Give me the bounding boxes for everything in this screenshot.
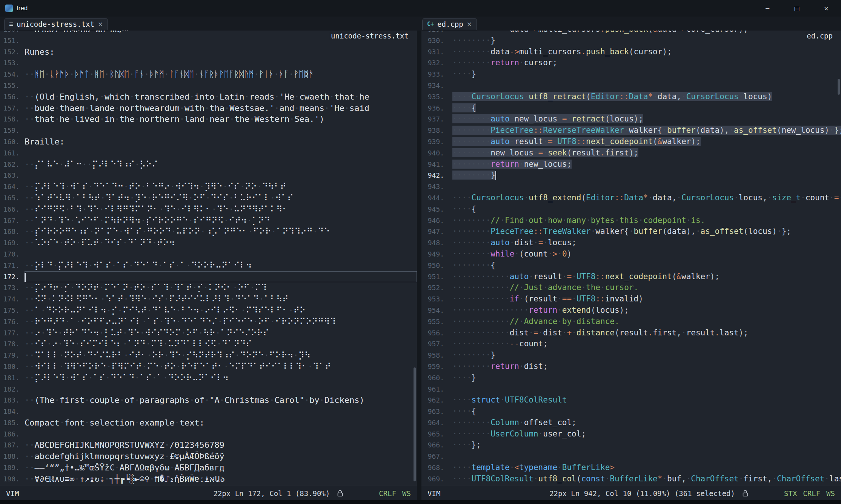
code-line[interactable]: 183.··(The·first·couple·of·paragraphs·of… bbox=[0, 395, 417, 406]
eol-indicator[interactable]: CRLF bbox=[379, 489, 396, 498]
vim-mode-indicator[interactable]: VIM bbox=[6, 489, 19, 498]
code-line[interactable]: 963.····{ bbox=[421, 406, 841, 417]
whitespace-indicator[interactable]: WS bbox=[402, 489, 411, 498]
line-text[interactable]: ··⠡⠕⠎⠑·⠞⠕·⠏⠥⠞·⠙⠊⠎·⠙⠁⠝⠙·⠞⠕⠲ bbox=[25, 237, 417, 249]
line-text[interactable]: ········auto·dist·=·locus; bbox=[452, 237, 841, 249]
code-line[interactable]: 953.············if·(result·==·UTF8::inva… bbox=[421, 293, 841, 305]
scrollbar[interactable] bbox=[412, 31, 417, 486]
code-line[interactable]: 188.··abcdefghijklmnopqrstuvwxyz·£©µÀÆÖÞ… bbox=[0, 451, 417, 462]
code-line[interactable]: 180.··⠺⠊⠇⠇·⠹⠻⠑⠋⠕⠗⠑·⠏⠻⠍⠊⠞·⠍⠑·⠞⠕·⠗⠑⠏⠑⠁⠞⠂·⠑… bbox=[0, 361, 417, 372]
code-line[interactable]: 155. bbox=[0, 80, 417, 91]
line-text[interactable]: ··⠁⠝⠙·⠹⠑·⠡⠊⠑⠋·⠍⠳⠗⠝⠻⠲·⡎⠊⠗⠕⠕⠛⠑·⠎⠊⠛⠝⠫·⠊⠞⠲·⡁… bbox=[25, 215, 417, 226]
code-line[interactable]: 968.····template·<typename·BufferLike> bbox=[421, 462, 841, 473]
code-line[interactable]: 170. bbox=[0, 249, 417, 260]
line-text[interactable]: ····UTF8ColResult·utf8_col(const·BufferL… bbox=[452, 473, 841, 485]
code-line[interactable]: 156.··(Old·English,·which·transcribed·in… bbox=[0, 91, 417, 103]
code-line[interactable]: 937.········auto·new_locus·=·retract(loc… bbox=[421, 114, 841, 125]
line-text[interactable]: ··⡍⠜⠇⠑⠹·⠺⠁⠎·⠁⠎·⠙⠑⠁⠙·⠁⠎·⠁·⠙⠕⠕⠗⠤⠝⠁⠊⠇⠲ bbox=[25, 372, 417, 384]
line-text[interactable]: ··⠊⠎·⠔·⠹⠑·⠎⠊⠍⠊⠇⠑⠆·⠁⠝⠙·⠍⠹·⠥⠝⠙⠁⠇⠇⠪⠫·⠙⠁⠝⠙⠎ bbox=[25, 338, 417, 350]
line-text[interactable]: ····template·<typename·BufferLike> bbox=[452, 462, 841, 473]
code-line[interactable]: 961. bbox=[421, 384, 841, 395]
line-text[interactable]: ····{ bbox=[452, 103, 841, 114]
line-text[interactable]: ····{ bbox=[452, 406, 841, 417]
code-line[interactable]: 176.··⠗⠑⠛⠜⠙·⠁·⠊⠕⠋⠋⠔⠤⠝⠁⠊⠇·⠁⠎·⠹⠑·⠙⠑⠁⠙⠑⠌·⠏⠊… bbox=[0, 316, 417, 327]
line-text[interactable]: ··⠺⠊⠇⠇·⠹⠻⠑⠋⠕⠗⠑·⠏⠻⠍⠊⠞·⠍⠑·⠞⠕·⠗⠑⠏⠑⠁⠞⠂·⠑⠍⠏⠙⠁… bbox=[25, 361, 417, 372]
scrollbar-thumb[interactable] bbox=[838, 79, 840, 95]
line-text[interactable]: Compact·font·selection·example·text: bbox=[25, 417, 417, 429]
code-line[interactable]: 186. bbox=[0, 429, 417, 440]
code-line[interactable]: 154.··ᚻᛖ·ᚳᚹᚫᚦ·ᚦᚫᛏ·ᚻᛖ·ᛒᚢᛞᛖ·ᚩᚾ·ᚦᚫᛗ·ᛚᚪᚾᛞᛖ·ᚾ… bbox=[0, 69, 417, 80]
code-line[interactable]: 969.····UTF8ColResult·utf8_col(const·Buf… bbox=[421, 473, 841, 485]
code-line[interactable]: 932.········return·cursor; bbox=[421, 57, 841, 69]
line-text[interactable]: ············auto·result·=·UTF8::next_cod… bbox=[452, 271, 841, 283]
text-editor-left[interactable]: 150.··እግርህን·በፍራሽህ·ልክ·ዘርጋ።151.152.Runes:1… bbox=[0, 31, 417, 486]
code-line[interactable]: 934. bbox=[421, 80, 841, 91]
code-line[interactable]: 164.··⡍⠜⠇⠑⠹·⠺⠁⠎·⠙⠑⠁⠙⠒·⠞⠕·⠃⠑⠛⠔·⠺⠊⠹⠲·⡹⠻⠑·⠊… bbox=[0, 181, 417, 192]
code-line[interactable]: 940.········new_locus·=·seek(result.firs… bbox=[421, 148, 841, 159]
code-line[interactable]: 947.········PieceTree::TreeWalker·walker… bbox=[421, 226, 841, 237]
code-line[interactable]: 966.····}; bbox=[421, 439, 841, 451]
line-text[interactable]: ··∀∂∈ℝ∧∪≡∞·↑↗↨↻⇣·┐┼╔╘░►☺♀·ﬁ�⑀₂ἠḂӥẄɐː⍎אԱა bbox=[25, 473, 417, 485]
tab-unicode-stress-txt[interactable]: ≡ unicode-stress.txt × bbox=[4, 18, 108, 30]
line-text[interactable]: ········//·Find·out·how·many·bytes·this·… bbox=[452, 215, 841, 226]
code-line[interactable]: 172. bbox=[0, 271, 417, 283]
code-line[interactable]: 169.··⠡⠕⠎⠑·⠞⠕·⠏⠥⠞·⠙⠊⠎·⠙⠁⠝⠙·⠞⠕⠲ bbox=[0, 237, 417, 249]
code-line[interactable]: 174.··⠪⠝·⠅⠝⠪⠇⠫⠛⠑⠂·⠱⠁⠞·⠹⠻⠑·⠊⠎·⠏⠜⠞⠊⠊⠥⠇⠜⠇⠹·… bbox=[0, 293, 417, 305]
code-line[interactable]: 929.············data->multi_cursors.push… bbox=[421, 31, 841, 35]
code-line[interactable]: 157.··bude·thaem·lande·northweardum·with… bbox=[0, 103, 417, 114]
code-line[interactable]: 177.··⠔·⠹⠑·⠞⠗⠁⠙⠑⠲·⡃⠥⠞·⠹⠑·⠺⠊⠎⠙⠕⠍·⠕⠋·⠳⠗·⠁⠝… bbox=[0, 327, 417, 339]
lock-icon[interactable] bbox=[743, 490, 748, 497]
line-text[interactable] bbox=[452, 80, 841, 91]
code-line[interactable]: 167.··⠁⠝⠙·⠹⠑·⠡⠊⠑⠋·⠍⠳⠗⠝⠻⠲·⡎⠊⠗⠕⠕⠛⠑·⠎⠊⠛⠝⠫·⠊… bbox=[0, 215, 417, 226]
line-text[interactable] bbox=[452, 384, 841, 395]
line-text[interactable] bbox=[25, 80, 417, 91]
line-text[interactable] bbox=[25, 249, 417, 260]
code-line[interactable]: 962.····struct·UTF8ColResult bbox=[421, 395, 841, 406]
line-text[interactable]: ··⠎⠊⠛⠝⠫·⠃⠹·⠹⠑·⠊⠇⠻⠛⠹⠍⠁⠝⠂·⠹⠑·⠊⠇⠻⠅⠂·⠹⠑·⠥⠝⠙⠻… bbox=[25, 204, 417, 215]
line-text[interactable]: ········} bbox=[452, 350, 841, 361]
line-text[interactable]: ··(The·first·couple·of·paragraphs·of·"A·… bbox=[25, 395, 417, 406]
line-text[interactable] bbox=[25, 57, 417, 69]
eol-indicator[interactable]: CRLF bbox=[803, 489, 820, 498]
code-line[interactable]: 965.········UserColumn·user_col; bbox=[421, 429, 841, 440]
code-line[interactable]: 935.····CursorLocus·utf8_retract(Editor:… bbox=[421, 91, 841, 103]
line-text[interactable] bbox=[25, 271, 417, 283]
line-text[interactable]: ········return·new_locus; bbox=[452, 159, 841, 170]
line-text[interactable]: ········return·cursor; bbox=[452, 57, 841, 69]
line-text[interactable]: ····CursorLocus·utf8_retract(Editor::Dat… bbox=[452, 91, 841, 103]
line-text[interactable] bbox=[25, 148, 417, 159]
line-text[interactable]: ········auto·result·=·UTF8::next_codepoi… bbox=[452, 136, 841, 148]
line-text[interactable]: ····}; bbox=[452, 439, 841, 451]
line-text[interactable]: ··⠔·⠹⠑·⠞⠗⠁⠙⠑⠲·⡃⠥⠞·⠹⠑·⠺⠊⠎⠙⠕⠍·⠕⠋·⠳⠗·⠁⠝⠊⠑⠌⠕… bbox=[25, 327, 417, 339]
line-text[interactable]: ····} bbox=[452, 372, 841, 384]
line-text[interactable] bbox=[25, 406, 417, 417]
code-line[interactable]: 185.Compact·font·selection·example·text: bbox=[0, 417, 417, 429]
code-line[interactable]: 948.········auto·dist·=·locus; bbox=[421, 237, 841, 249]
line-text[interactable]: ········Column·offset_col; bbox=[452, 417, 841, 429]
code-line[interactable]: 956.············dist·=·dist·+·distance(r… bbox=[421, 327, 841, 339]
code-line[interactable]: 184. bbox=[0, 406, 417, 417]
code-line[interactable]: 158.··that·he·lived·in·the·northern·land… bbox=[0, 114, 417, 125]
code-line[interactable]: 159. bbox=[0, 125, 417, 136]
line-text[interactable]: ········UserColumn·user_col; bbox=[452, 429, 841, 440]
line-text[interactable]: ··⠩⠁⠇⠇·⠝⠕⠞·⠙⠊⠌⠥⠗⠃·⠊⠞⠂·⠕⠗·⠹⠑·⡊⠳⠝⠞⠗⠹⠰⠎·⠙⠕⠝… bbox=[25, 350, 417, 361]
line-text[interactable]: ········data->multi_cursors.push_back(cu… bbox=[452, 46, 841, 58]
code-line[interactable]: 930.········} bbox=[421, 35, 841, 46]
line-text[interactable]: ············--count; bbox=[452, 338, 841, 350]
line-text[interactable]: ········new_locus·=·seek(result.first); bbox=[452, 148, 841, 159]
line-text[interactable]: ··bude·thaem·lande·northweardum·with·tha… bbox=[25, 103, 417, 114]
whitespace-indicator[interactable]: WS bbox=[826, 489, 835, 498]
scrollbar-thumb[interactable] bbox=[414, 367, 416, 481]
line-text[interactable]: ············if·(result·==·UTF8::invalid) bbox=[452, 293, 841, 305]
line-text[interactable]: ········PieceTree::ReverseTreeWalker·wal… bbox=[452, 125, 841, 136]
code-line[interactable]: 178.··⠊⠎·⠔·⠹⠑·⠎⠊⠍⠊⠇⠑⠆·⠁⠝⠙·⠍⠹·⠥⠝⠙⠁⠇⠇⠪⠫·⠙⠁… bbox=[0, 338, 417, 350]
line-text[interactable] bbox=[452, 451, 841, 462]
code-line[interactable]: 161. bbox=[0, 148, 417, 159]
line-text[interactable]: ············//·Advance·by·distance. bbox=[452, 316, 841, 327]
code-line[interactable]: 945.····{ bbox=[421, 204, 841, 215]
code-line[interactable]: 933.····} bbox=[421, 69, 841, 80]
close-button[interactable]: × bbox=[812, 0, 841, 17]
line-text[interactable]: ··⡎⠊⠗⠕⠕⠛⠑⠰⠎·⠝⠁⠍⠑·⠺⠁⠎·⠛⠕⠕⠙·⠥⠏⠕⠝·⠰⡡⠁⠝⠛⠑⠂·⠋… bbox=[25, 226, 417, 237]
code-line[interactable]: 171.··⡕⠇⠙·⡍⠜⠇⠑⠹·⠺⠁⠎·⠁⠎·⠙⠑⠁⠙·⠁⠎·⠁·⠙⠕⠕⠗⠤⠝⠁… bbox=[0, 260, 417, 271]
code-line[interactable]: 179.··⠩⠁⠇⠇·⠝⠕⠞·⠙⠊⠌⠥⠗⠃·⠊⠞⠂·⠕⠗·⠹⠑·⡊⠳⠝⠞⠗⠹⠰⠎… bbox=[0, 350, 417, 361]
